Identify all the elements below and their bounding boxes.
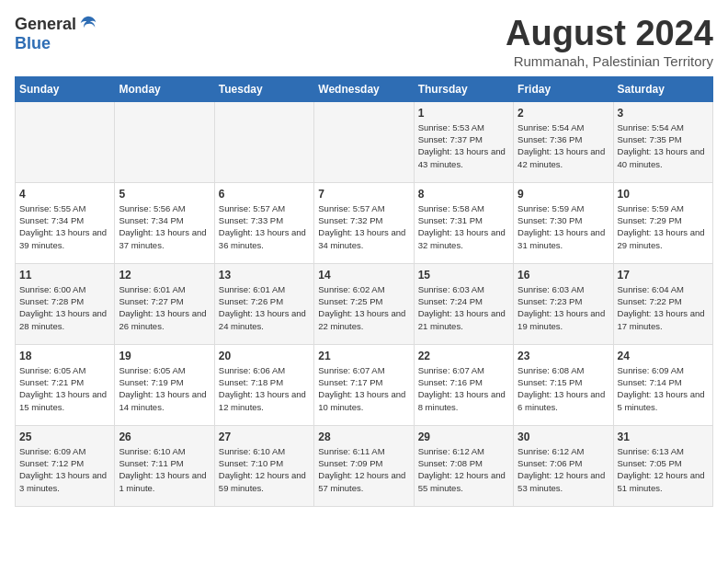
day-number: 26 [119, 431, 210, 443]
day-info: Sunrise: 5:56 AM Sunset: 7:34 PM Dayligh… [119, 202, 210, 251]
day-number: 7 [318, 188, 409, 201]
day-number: 16 [518, 269, 609, 282]
day-number: 22 [418, 350, 509, 362]
day-number: 10 [618, 188, 709, 201]
day-info: Sunrise: 6:06 AM Sunset: 7:18 PM Dayligh… [219, 364, 310, 413]
day-number: 31 [618, 431, 709, 443]
header-cell-tuesday: Tuesday [214, 76, 313, 101]
day-info: Sunrise: 6:04 AM Sunset: 7:22 PM Dayligh… [618, 283, 709, 332]
day-cell: 7Sunrise: 5:57 AM Sunset: 7:32 PM Daylig… [314, 182, 414, 263]
day-number: 23 [518, 350, 609, 362]
day-number: 11 [19, 269, 110, 282]
day-info: Sunrise: 6:12 AM Sunset: 7:06 PM Dayligh… [518, 445, 609, 494]
day-number: 13 [219, 269, 310, 282]
day-cell: 28Sunrise: 6:11 AM Sunset: 7:09 PM Dayli… [314, 425, 414, 506]
day-info: Sunrise: 6:07 AM Sunset: 7:17 PM Dayligh… [318, 364, 409, 413]
week-row-2: 4Sunrise: 5:55 AM Sunset: 7:34 PM Daylig… [16, 182, 713, 263]
day-cell: 24Sunrise: 6:09 AM Sunset: 7:14 PM Dayli… [613, 344, 712, 425]
day-info: Sunrise: 5:54 AM Sunset: 7:35 PM Dayligh… [618, 121, 709, 170]
day-number: 5 [119, 188, 210, 201]
day-number: 15 [418, 269, 509, 282]
day-info: Sunrise: 6:10 AM Sunset: 7:10 PM Dayligh… [219, 445, 310, 494]
day-cell: 13Sunrise: 6:01 AM Sunset: 7:26 PM Dayli… [214, 263, 313, 344]
header-cell-friday: Friday [514, 76, 613, 101]
day-cell: 26Sunrise: 6:10 AM Sunset: 7:11 PM Dayli… [115, 425, 214, 506]
week-row-1: 1Sunrise: 5:53 AM Sunset: 7:37 PM Daylig… [16, 101, 713, 182]
day-number: 19 [119, 350, 210, 362]
day-cell: 4Sunrise: 5:55 AM Sunset: 7:34 PM Daylig… [16, 182, 115, 263]
header-cell-monday: Monday [115, 76, 214, 101]
day-info: Sunrise: 6:13 AM Sunset: 7:05 PM Dayligh… [618, 445, 709, 494]
day-cell: 30Sunrise: 6:12 AM Sunset: 7:06 PM Dayli… [514, 425, 613, 506]
day-info: Sunrise: 6:01 AM Sunset: 7:26 PM Dayligh… [219, 283, 310, 332]
header-cell-saturday: Saturday [613, 76, 712, 101]
day-info: Sunrise: 6:05 AM Sunset: 7:21 PM Dayligh… [19, 364, 110, 413]
day-cell: 17Sunrise: 6:04 AM Sunset: 7:22 PM Dayli… [613, 263, 712, 344]
month-title: August 2024 [506, 15, 713, 53]
day-info: Sunrise: 6:09 AM Sunset: 7:12 PM Dayligh… [19, 445, 110, 494]
day-cell: 14Sunrise: 6:02 AM Sunset: 7:25 PM Dayli… [314, 263, 414, 344]
day-info: Sunrise: 6:11 AM Sunset: 7:09 PM Dayligh… [318, 445, 409, 494]
day-cell: 12Sunrise: 6:01 AM Sunset: 7:27 PM Dayli… [115, 263, 214, 344]
day-cell [16, 101, 115, 182]
day-info: Sunrise: 6:01 AM Sunset: 7:27 PM Dayligh… [119, 283, 210, 332]
day-cell: 8Sunrise: 5:58 AM Sunset: 7:31 PM Daylig… [414, 182, 513, 263]
header-cell-wednesday: Wednesday [314, 76, 414, 101]
day-number: 30 [518, 431, 609, 443]
day-number: 4 [19, 188, 110, 201]
day-info: Sunrise: 6:07 AM Sunset: 7:16 PM Dayligh… [418, 364, 509, 413]
day-cell: 25Sunrise: 6:09 AM Sunset: 7:12 PM Dayli… [16, 425, 115, 506]
header-cell-sunday: Sunday [16, 76, 115, 101]
day-cell: 9Sunrise: 5:59 AM Sunset: 7:30 PM Daylig… [514, 182, 613, 263]
day-cell [115, 101, 214, 182]
day-info: Sunrise: 6:03 AM Sunset: 7:24 PM Dayligh… [418, 283, 509, 332]
day-number: 18 [19, 350, 110, 362]
day-number: 8 [418, 188, 509, 201]
day-cell: 31Sunrise: 6:13 AM Sunset: 7:05 PM Dayli… [613, 425, 712, 506]
day-number: 3 [618, 107, 709, 120]
day-info: Sunrise: 5:58 AM Sunset: 7:31 PM Dayligh… [418, 202, 509, 251]
day-cell: 27Sunrise: 6:10 AM Sunset: 7:10 PM Dayli… [214, 425, 313, 506]
day-cell: 3Sunrise: 5:54 AM Sunset: 7:35 PM Daylig… [613, 101, 712, 182]
calendar-table: SundayMondayTuesdayWednesdayThursdayFrid… [15, 76, 713, 507]
day-info: Sunrise: 6:10 AM Sunset: 7:11 PM Dayligh… [119, 445, 210, 494]
day-number: 25 [19, 431, 110, 443]
day-cell: 22Sunrise: 6:07 AM Sunset: 7:16 PM Dayli… [414, 344, 513, 425]
day-cell: 11Sunrise: 6:00 AM Sunset: 7:28 PM Dayli… [16, 263, 115, 344]
day-cell: 20Sunrise: 6:06 AM Sunset: 7:18 PM Dayli… [214, 344, 313, 425]
day-info: Sunrise: 5:54 AM Sunset: 7:36 PM Dayligh… [518, 121, 609, 170]
day-info: Sunrise: 6:09 AM Sunset: 7:14 PM Dayligh… [618, 364, 709, 413]
day-cell: 6Sunrise: 5:57 AM Sunset: 7:33 PM Daylig… [214, 182, 313, 263]
header-row: SundayMondayTuesdayWednesdayThursdayFrid… [16, 76, 713, 101]
day-cell: 18Sunrise: 6:05 AM Sunset: 7:21 PM Dayli… [16, 344, 115, 425]
day-cell: 19Sunrise: 6:05 AM Sunset: 7:19 PM Dayli… [115, 344, 214, 425]
day-cell: 15Sunrise: 6:03 AM Sunset: 7:24 PM Dayli… [414, 263, 513, 344]
day-cell: 10Sunrise: 5:59 AM Sunset: 7:29 PM Dayli… [613, 182, 712, 263]
day-number: 21 [318, 350, 409, 362]
day-info: Sunrise: 6:00 AM Sunset: 7:28 PM Dayligh… [19, 283, 110, 332]
logo-blue: Blue [15, 34, 51, 52]
day-info: Sunrise: 6:08 AM Sunset: 7:15 PM Dayligh… [518, 364, 609, 413]
day-info: Sunrise: 6:03 AM Sunset: 7:23 PM Dayligh… [518, 283, 609, 332]
day-info: Sunrise: 6:02 AM Sunset: 7:25 PM Dayligh… [318, 283, 409, 332]
day-cell: 5Sunrise: 5:56 AM Sunset: 7:34 PM Daylig… [115, 182, 214, 263]
day-number: 2 [518, 107, 609, 120]
location-subtitle: Rummanah, Palestinian Territory [506, 53, 713, 69]
day-number: 1 [418, 107, 509, 120]
logo-bird-icon [78, 14, 98, 34]
day-info: Sunrise: 5:53 AM Sunset: 7:37 PM Dayligh… [418, 121, 509, 170]
day-cell [314, 101, 414, 182]
day-number: 14 [318, 269, 409, 282]
day-number: 29 [418, 431, 509, 443]
logo: General Blue [15, 15, 98, 53]
day-cell: 1Sunrise: 5:53 AM Sunset: 7:37 PM Daylig… [414, 101, 513, 182]
header: General Blue August 2024 Rummanah, Pales… [15, 15, 713, 69]
week-row-3: 11Sunrise: 6:00 AM Sunset: 7:28 PM Dayli… [16, 263, 713, 344]
day-info: Sunrise: 6:12 AM Sunset: 7:08 PM Dayligh… [418, 445, 509, 494]
day-cell: 21Sunrise: 6:07 AM Sunset: 7:17 PM Dayli… [314, 344, 414, 425]
day-info: Sunrise: 5:55 AM Sunset: 7:34 PM Dayligh… [19, 202, 110, 251]
day-cell: 2Sunrise: 5:54 AM Sunset: 7:36 PM Daylig… [514, 101, 613, 182]
day-cell: 23Sunrise: 6:08 AM Sunset: 7:15 PM Dayli… [514, 344, 613, 425]
week-row-4: 18Sunrise: 6:05 AM Sunset: 7:21 PM Dayli… [16, 344, 713, 425]
day-number: 17 [618, 269, 709, 282]
